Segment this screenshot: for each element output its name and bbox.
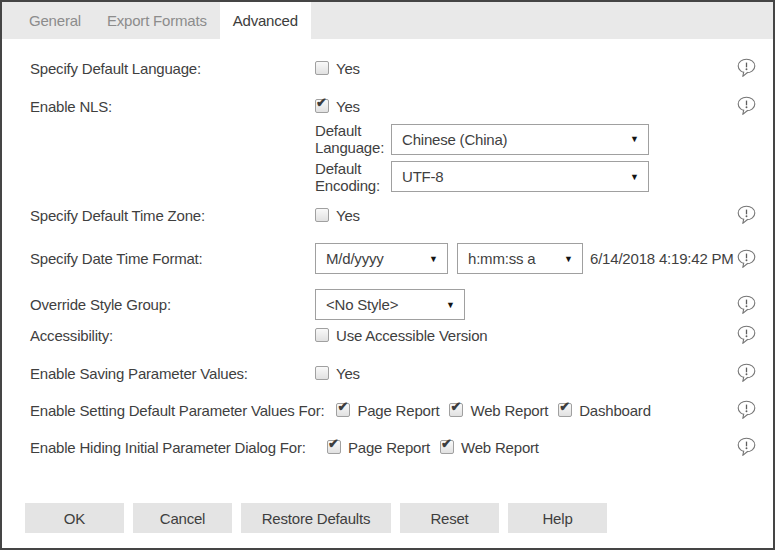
row-default-language: Default Language: Chinese (China) ▼ bbox=[30, 122, 756, 157]
checkbox-label: Web Report bbox=[470, 402, 548, 419]
use-accessible-version-checkbox[interactable]: Use Accessible Version bbox=[315, 327, 488, 344]
field-label: Enable Hiding Initial Parameter Dialog F… bbox=[30, 439, 315, 456]
style-group-select[interactable]: <No Style> ▼ bbox=[315, 289, 465, 320]
field-label: Enable Setting Default Parameter Values … bbox=[30, 402, 324, 419]
dropdown-arrow-icon: ▼ bbox=[446, 300, 455, 310]
selected-value: UTF-8 bbox=[402, 168, 444, 185]
checkbox-label: Dashboard bbox=[579, 402, 651, 419]
advanced-settings-dialog: General Export Formats Advanced Specify … bbox=[0, 0, 775, 550]
dashboard-checkbox[interactable]: Dashboard bbox=[558, 402, 651, 419]
ok-button[interactable]: OK bbox=[25, 503, 124, 533]
help-bubble-icon[interactable] bbox=[737, 437, 756, 457]
form-area: Specify Default Language: Yes Enable NLS… bbox=[2, 39, 773, 533]
checkbox-label: Yes bbox=[336, 207, 360, 224]
checkbox-label: Use Accessible Version bbox=[336, 327, 488, 344]
field-label: Override Style Group: bbox=[30, 296, 315, 313]
dropdown-arrow-icon: ▼ bbox=[564, 254, 573, 264]
reset-button[interactable]: Reset bbox=[400, 503, 499, 533]
row-override-style-group: Override Style Group: <No Style> ▼ bbox=[30, 289, 756, 320]
time-format-select[interactable]: h:mm:ss a ▼ bbox=[457, 243, 583, 274]
tab-bar: General Export Formats Advanced bbox=[2, 2, 773, 39]
field-label: Default Encoding: bbox=[315, 160, 391, 195]
checkbox-icon[interactable] bbox=[315, 328, 329, 342]
page-report-checkbox[interactable]: Page Report bbox=[336, 402, 439, 419]
page-report-checkbox[interactable]: Page Report bbox=[327, 439, 430, 456]
field-label: Specify Default Language: bbox=[30, 60, 315, 77]
help-bubble-icon[interactable] bbox=[737, 249, 756, 269]
tab-advanced[interactable]: Advanced bbox=[220, 2, 311, 39]
row-specify-date-time-format: Specify Date Time Format: M/d/yyyy ▼ h:m… bbox=[30, 243, 756, 274]
checkbox-icon[interactable] bbox=[315, 61, 329, 75]
field-label: Specify Default Time Zone: bbox=[30, 207, 315, 224]
field-label: Accessibility: bbox=[30, 327, 315, 344]
default-language-select[interactable]: Chinese (China) ▼ bbox=[391, 124, 649, 155]
help-bubble-icon[interactable] bbox=[737, 400, 756, 420]
checkbox-icon[interactable] bbox=[315, 366, 329, 380]
checkbox-group: Page Report Web Report bbox=[327, 439, 539, 456]
row-enable-setting-default-parameter-values: Enable Setting Default Parameter Values … bbox=[30, 398, 756, 422]
web-report-checkbox[interactable]: Web Report bbox=[449, 402, 548, 419]
row-enable-hiding-initial-parameter-dialog: Enable Hiding Initial Parameter Dialog F… bbox=[30, 435, 756, 459]
checkbox-label: Web Report bbox=[461, 439, 539, 456]
checkbox-icon[interactable] bbox=[315, 208, 329, 222]
checkbox-icon[interactable] bbox=[449, 403, 463, 417]
checkbox-label: Yes bbox=[336, 60, 360, 77]
specify-default-language-yes-checkbox[interactable]: Yes bbox=[315, 60, 360, 77]
tab-general[interactable]: General bbox=[16, 2, 94, 39]
help-bubble-icon[interactable] bbox=[737, 96, 756, 116]
checkbox-label: Yes bbox=[336, 98, 360, 115]
checkbox-group: Page Report Web Report Dashboard bbox=[336, 402, 650, 419]
help-bubble-icon[interactable] bbox=[737, 325, 756, 345]
dropdown-arrow-icon: ▼ bbox=[630, 172, 639, 182]
help-bubble-icon[interactable] bbox=[737, 363, 756, 383]
web-report-checkbox[interactable]: Web Report bbox=[440, 439, 539, 456]
checkbox-label: Page Report bbox=[357, 402, 439, 419]
field-label: Enable Saving Parameter Values: bbox=[30, 365, 315, 382]
dropdown-arrow-icon: ▼ bbox=[630, 134, 639, 144]
help-bubble-icon[interactable] bbox=[737, 205, 756, 225]
row-specify-default-language: Specify Default Language: Yes bbox=[30, 56, 756, 80]
checkbox-icon[interactable] bbox=[558, 403, 572, 417]
selected-value: M/d/yyyy bbox=[326, 250, 384, 267]
help-button[interactable]: Help bbox=[508, 503, 607, 533]
row-default-encoding: Default Encoding: UTF-8 ▼ bbox=[30, 160, 756, 195]
field-label: Default Language: bbox=[315, 122, 391, 157]
restore-defaults-button[interactable]: Restore Defaults bbox=[241, 503, 391, 533]
checkbox-label: Page Report bbox=[348, 439, 430, 456]
enable-saving-parameter-values-yes-checkbox[interactable]: Yes bbox=[315, 365, 360, 382]
date-format-select[interactable]: M/d/yyyy ▼ bbox=[315, 243, 448, 274]
tab-export-formats[interactable]: Export Formats bbox=[94, 2, 220, 39]
selected-value: <No Style> bbox=[326, 296, 398, 313]
selected-value: Chinese (China) bbox=[402, 131, 507, 148]
help-bubble-icon[interactable] bbox=[737, 295, 756, 315]
button-bar: OK Cancel Restore Defaults Reset Help bbox=[25, 503, 773, 533]
row-specify-default-time-zone: Specify Default Time Zone: Yes bbox=[30, 203, 756, 227]
cancel-button[interactable]: Cancel bbox=[133, 503, 232, 533]
field-label: Enable NLS: bbox=[30, 98, 315, 115]
checkbox-icon[interactable] bbox=[327, 440, 341, 454]
enable-nls-yes-checkbox[interactable]: Yes bbox=[315, 98, 360, 115]
date-time-preview: 6/14/2018 4:19:42 PM bbox=[590, 250, 734, 267]
selected-value: h:mm:ss a bbox=[468, 250, 535, 267]
checkbox-icon[interactable] bbox=[336, 403, 350, 417]
row-accessibility: Accessibility: Use Accessible Version bbox=[30, 323, 756, 347]
default-encoding-select[interactable]: UTF-8 ▼ bbox=[391, 161, 649, 192]
checkbox-icon[interactable] bbox=[440, 440, 454, 454]
checkbox-icon[interactable] bbox=[315, 99, 329, 113]
row-enable-nls: Enable NLS: Yes bbox=[30, 94, 756, 118]
specify-default-time-zone-yes-checkbox[interactable]: Yes bbox=[315, 207, 360, 224]
help-bubble-icon[interactable] bbox=[737, 58, 756, 78]
row-enable-saving-parameter-values: Enable Saving Parameter Values: Yes bbox=[30, 361, 756, 385]
checkbox-label: Yes bbox=[336, 365, 360, 382]
field-label: Specify Date Time Format: bbox=[30, 250, 315, 267]
dropdown-arrow-icon: ▼ bbox=[429, 254, 438, 264]
